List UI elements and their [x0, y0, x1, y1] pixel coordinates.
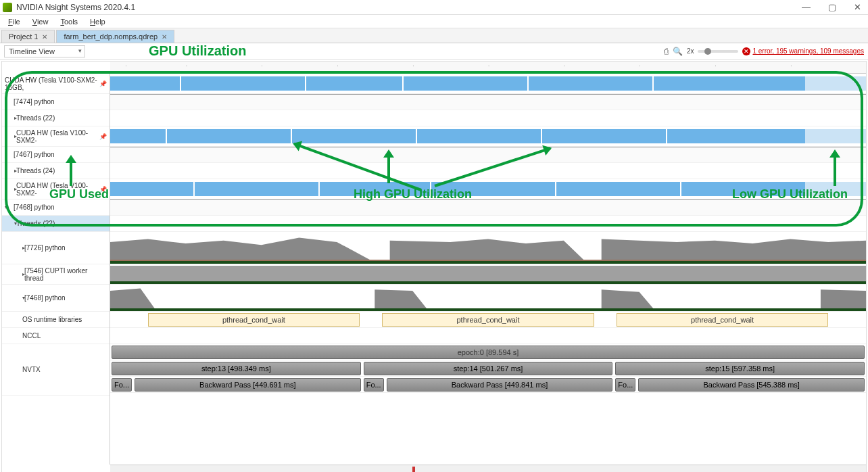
tab-strip: Project 1 ✕ farm_bert_ddp.nomps.qdrep ✕ — [0, 28, 868, 43]
track-cuda-hw-1[interactable] — [110, 126, 866, 147]
chevron-down-icon: ▾ — [5, 295, 22, 301]
track-proc-7474[interactable] — [110, 94, 866, 110]
row-threads-22[interactable]: ▸Threads (22) — [2, 110, 110, 126]
search-icon[interactable]: 🔍 — [673, 47, 683, 56]
chevron-down-icon: ▾ — [5, 151, 11, 158]
gpu-utilization-band — [110, 182, 805, 196]
chevron-right-icon: ▸ — [5, 133, 14, 139]
tab-report[interactable]: farm_bert_ddp.nomps.qdrep ✕ — [56, 30, 174, 43]
gpu-low-band — [805, 129, 866, 143]
track-threads-24[interactable] — [110, 163, 866, 179]
nvtx-fwd-block[interactable]: Fo... — [364, 378, 384, 392]
nvtx-step-block[interactable]: step:13 [498.349 ms] — [112, 362, 361, 375]
nvtx-step-block[interactable]: step:15 [597.358 ms] — [615, 362, 865, 375]
nvtx-bwd-block[interactable]: Backward Pass [449.841 ms] — [387, 378, 613, 392]
chevron-down-icon: ▾ — [5, 220, 14, 227]
row-cuda-hw-1[interactable]: ▸CUDA HW (Tesla V100-SXM2-📌 — [2, 126, 110, 147]
error-icon: ✕ — [742, 47, 750, 55]
row-os-runtime[interactable]: OS runtime libraries — [2, 312, 110, 328]
horizontal-scrollbar[interactable] — [110, 465, 866, 472]
track-cupti[interactable] — [110, 264, 866, 285]
dropdown-label: Timeline View — [9, 47, 55, 55]
row-nccl[interactable]: NCCL — [2, 328, 110, 344]
errors-text: 1 error, 195 warnings, 109 messages — [752, 47, 864, 55]
playhead-icon[interactable] — [412, 467, 415, 472]
close-icon[interactable]: ✕ — [42, 33, 47, 41]
annotation-arrow — [70, 162, 72, 186]
pthread-block[interactable]: pthread_cond_wait — [148, 313, 360, 327]
pin-icon[interactable]: 📌 — [99, 133, 107, 140]
row-proc-7474[interactable]: ▾[7474] python — [2, 94, 110, 110]
track-cuda-hw-2[interactable] — [110, 179, 866, 199]
track-threads-22[interactable] — [110, 110, 866, 126]
row-proc-7467[interactable]: ▾[7467] python — [2, 147, 110, 163]
annotation-arrow — [834, 156, 836, 186]
annotation-title: GPU Utilization — [149, 43, 246, 59]
pthread-block[interactable]: pthread_cond_wait — [617, 313, 828, 327]
menu-view[interactable]: View — [27, 16, 54, 27]
row-threads-24[interactable]: ▸Threads (24) — [2, 163, 110, 179]
time-ruler[interactable]: ·· ·· ·· ·· ·· — [110, 62, 866, 74]
chevron-right-icon: ▸ — [5, 115, 14, 121]
tab-label: Project 1 — [9, 32, 38, 41]
track-nvtx-steps[interactable]: step:13 [498.349 ms] step:14 [501.267 ms… — [110, 360, 866, 377]
track-nvtx-pass[interactable]: Fo... Backward Pass [449.691 ms] Fo... B… — [110, 377, 866, 393]
pin-icon[interactable]: 📌 — [99, 80, 107, 87]
pin-icon[interactable]: 📌 — [99, 186, 107, 193]
track-proc-7468b[interactable] — [110, 285, 866, 312]
close-button[interactable]: ✕ — [850, 2, 865, 12]
track-nccl[interactable] — [110, 328, 866, 344]
nvidia-logo-icon — [3, 3, 12, 12]
menu-file[interactable]: File — [3, 16, 26, 27]
row-proc-7726[interactable]: ▸[7726] python — [2, 232, 110, 264]
row-cuda-hw-2[interactable]: ▸CUDA HW (Tesla V100-SXM2-📌 — [2, 179, 110, 199]
track-nvtx-epoch[interactable]: epoch:0 [89.594 s] — [110, 344, 866, 360]
pthread-block[interactable]: pthread_cond_wait — [382, 313, 594, 327]
chevron-right-icon: ▸ — [5, 168, 14, 174]
track-proc-7726[interactable] — [110, 232, 866, 264]
nvtx-fwd-block[interactable]: Fo... — [615, 378, 635, 392]
errors-link[interactable]: ✕ 1 error, 195 warnings, 109 messages — [742, 47, 864, 55]
menu-help[interactable]: Help — [85, 16, 111, 27]
track-proc-7467[interactable] — [110, 147, 866, 163]
nvtx-fwd-block[interactable]: Fo... — [112, 378, 132, 392]
row-labels: CUDA HW (Tesla V100-SXM2-16GB,📌 ▾[7474] … — [2, 74, 110, 465]
view-dropdown[interactable]: Timeline View — [4, 45, 85, 57]
tab-project[interactable]: Project 1 ✕ — [1, 30, 55, 43]
row-cupti[interactable]: ▸[7546] CUPTI worker thread — [2, 264, 110, 285]
chevron-right-icon: ▸ — [5, 245, 22, 251]
menu-tools[interactable]: Tools — [55, 16, 83, 27]
row-proc-7468[interactable]: ▾[7468] python — [2, 199, 110, 216]
timeline-view: ·· ·· ·· ·· ·· CUDA HW (Tesla V100-SXM2-… — [1, 61, 867, 472]
row-proc-7468b[interactable]: ▾[7468] python — [2, 285, 110, 312]
menu-bar: File View Tools Help — [0, 15, 868, 28]
close-icon[interactable]: ✕ — [162, 33, 167, 41]
title-bar: NVIDIA Nsight Systems 2020.4.1 — ▢ ✕ — [0, 0, 868, 15]
track-os-runtime[interactable]: pthread_cond_wait pthread_cond_wait pthr… — [110, 312, 866, 328]
nvtx-bwd-block[interactable]: Backward Pass [449.691 ms] — [135, 378, 361, 392]
timeline-tracks[interactable]: pthread_cond_wait pthread_cond_wait pthr… — [110, 74, 866, 465]
maximize-button[interactable]: ▢ — [824, 2, 840, 12]
track-band — [110, 261, 866, 264]
track-threads-22b[interactable] — [110, 216, 866, 232]
toolbar: Timeline View GPU Utilization ⎙ 🔍 2x ✕ 1… — [0, 43, 868, 60]
chevron-down-icon: ▾ — [5, 99, 11, 105]
row-cuda-hw-0[interactable]: CUDA HW (Tesla V100-SXM2-16GB,📌 — [2, 74, 110, 94]
gpu-utilization-band — [110, 129, 805, 143]
zoom-slider[interactable] — [698, 50, 738, 53]
row-nvtx[interactable]: NVTX — [2, 344, 110, 396]
nvtx-step-block[interactable]: step:14 [501.267 ms] — [364, 362, 613, 375]
cpu-graph — [110, 233, 866, 262]
track-proc-7468[interactable] — [110, 199, 866, 216]
chevron-right-icon: ▸ — [5, 186, 14, 192]
chevron-right-icon: ▸ — [5, 271, 22, 277]
gpu-low-band — [805, 76, 866, 91]
minimize-button[interactable]: — — [798, 2, 815, 12]
track-cuda-hw-0[interactable] — [110, 74, 866, 94]
zoom-label: 2x — [687, 47, 694, 55]
nvtx-epoch-block[interactable]: epoch:0 [89.594 s] — [112, 346, 865, 359]
row-threads-22b[interactable]: ▾Threads (22) — [2, 216, 110, 232]
chevron-down-icon: ▾ — [5, 204, 11, 210]
camera-icon[interactable]: ⎙ — [664, 47, 669, 56]
nvtx-bwd-block[interactable]: Backward Pass [545.388 ms] — [638, 378, 865, 392]
